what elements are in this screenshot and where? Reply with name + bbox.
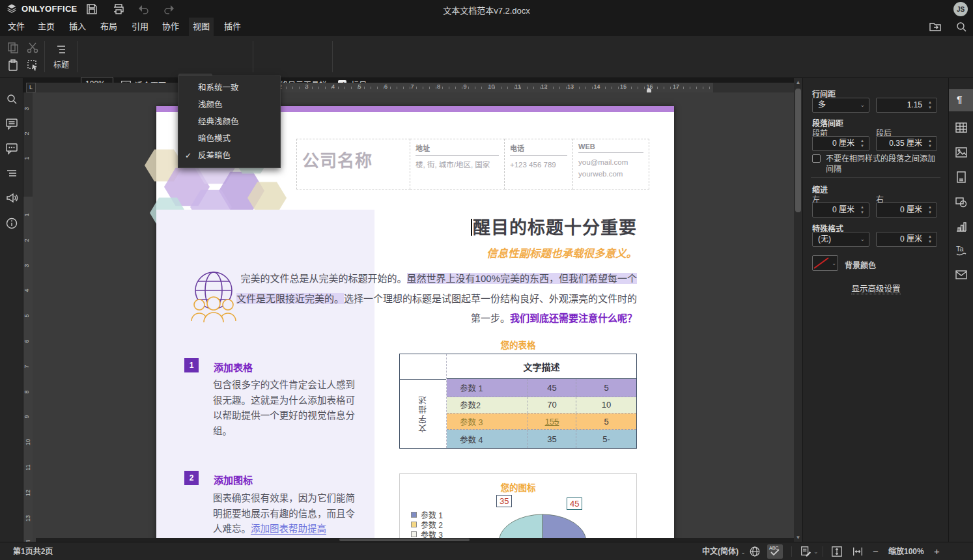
language-selector[interactable]: 中文(简体) ⌄ — [702, 542, 746, 560]
advanced-settings-link[interactable]: 显示高级设置 — [803, 282, 949, 294]
search-icon[interactable] — [955, 20, 968, 33]
navigation-icon[interactable] — [5, 167, 18, 180]
step-body[interactable]: 包含很多字的文件肯定会让人感到很无趣。这就是为什么添加表格可以帮助提供一个更好的… — [213, 378, 355, 439]
line-spacing-select[interactable]: 多⌄ — [812, 98, 869, 113]
chart-settings-icon[interactable] — [955, 220, 968, 233]
select-all-icon[interactable] — [26, 59, 39, 72]
copy-icon[interactable] — [7, 41, 20, 54]
menu-item-same-as-system[interactable]: 和系统一致 — [178, 79, 280, 96]
table-row-header[interactable]: 文字描述 — [400, 380, 446, 448]
tab-references[interactable]: 引用 — [128, 18, 152, 36]
pie-chart-frame[interactable]: 您的图标 参数 1 参数 2 参数 3 35 45 — [399, 473, 637, 542]
spinner-icon[interactable]: ▲▼ — [927, 138, 933, 148]
spinner-icon[interactable]: ▲▼ — [859, 138, 866, 148]
table-row[interactable]: 参数 4 35 5- — [447, 430, 636, 448]
indent-left-input[interactable]: 0 厘米▲▼ — [812, 203, 869, 217]
checkbox-unchecked-icon — [812, 154, 821, 163]
spinner-icon[interactable]: ▲▼ — [927, 100, 933, 110]
track-changes-icon[interactable] — [800, 546, 811, 557]
comments-icon[interactable] — [5, 117, 18, 130]
spinner-icon[interactable]: ▲▼ — [927, 204, 933, 215]
table-row[interactable]: 参数 3 155 5 — [447, 413, 636, 430]
menu-item-dark[interactable]: 暗色模式 — [178, 130, 280, 147]
document-page[interactable]: 公司名称 地址 楼, 街, 城市/地区, 国家 电话 +123 456 789 … — [156, 106, 674, 542]
avatar[interactable]: JS — [953, 2, 968, 16]
scrollbar-thumb[interactable] — [795, 89, 801, 212]
table-corner-cell[interactable] — [400, 354, 446, 380]
indent-right-input[interactable]: 0 厘米▲▼ — [876, 203, 937, 217]
spinner-icon[interactable]: ▲▼ — [859, 204, 866, 215]
document-hyperlink[interactable]: 添加图表帮助提高 — [251, 524, 326, 535]
vertical-ruler[interactable]: 3211234567891011121314 — [23, 92, 33, 542]
tab-stop-selector[interactable]: L — [26, 83, 36, 92]
chevron-down-icon[interactable]: ⌄ — [813, 542, 819, 560]
mail-merge-icon[interactable] — [955, 268, 968, 281]
tab-plugins[interactable]: 插件 — [220, 18, 245, 36]
about-icon[interactable] — [5, 217, 18, 230]
phone-cell[interactable]: 电话 +123 456 789 — [505, 139, 573, 189]
search-icon[interactable] — [5, 92, 18, 105]
step-title[interactable]: 添加表格 — [214, 360, 253, 374]
set-language-icon[interactable] — [749, 546, 761, 557]
company-name[interactable]: 公司名称 — [296, 139, 410, 189]
spinner-icon[interactable]: ▲▼ — [927, 234, 933, 244]
address-value: 楼, 街, 城市/地区, 国家 — [416, 161, 490, 169]
vertical-scrollbar[interactable]: ▲ ▼ — [794, 78, 802, 542]
special-format-select[interactable]: (无)⌄ — [812, 232, 869, 247]
tab-layout[interactable]: 布局 — [96, 18, 121, 36]
scrollbar-thumb[interactable] — [339, 539, 470, 541]
spellcheck-button[interactable]: ABC — [767, 544, 783, 559]
tab-file[interactable]: 文件 — [4, 18, 29, 36]
spacing-after-input[interactable]: 0.35 厘米▲▼ — [876, 136, 937, 151]
table-row[interactable]: 参数2 70 10 — [447, 397, 636, 413]
chart-data-label: 45 — [567, 497, 582, 510]
address-cell[interactable]: 地址 楼, 街, 城市/地区, 国家 — [410, 139, 505, 189]
table-caption[interactable]: 您的表格 — [399, 338, 637, 351]
table-settings-icon[interactable] — [955, 121, 968, 134]
intro-paragraph[interactable]: 完美的文件总是从完美的标题开始的。虽然世界上没有100%完美的东西，但我们希望每… — [233, 269, 637, 329]
document-subtitle[interactable]: 信息性副标题也承载很多意义。 — [287, 245, 637, 260]
image-settings-icon[interactable] — [955, 146, 968, 159]
tab-collaboration[interactable]: 协作 — [158, 18, 183, 36]
headings-button[interactable]: 标题 — [48, 59, 74, 70]
web-cell[interactable]: WEB you@mail.com yourweb.com — [573, 139, 649, 189]
chevron-down-icon: ⌄ — [740, 549, 746, 555]
page-settings-icon[interactable] — [955, 171, 968, 184]
step-title[interactable]: 添加图标 — [214, 473, 253, 486]
data-table[interactable]: 文字描述 文字描述 参数 1 45 5 参数2 70 10 参数 — [399, 354, 637, 449]
horizontal-ruler[interactable]: 1234567891011121314151617 — [36, 83, 794, 92]
document-heading[interactable]: 醒目的标题十分重要 — [287, 214, 637, 239]
table-row[interactable]: 参数 1 45 5 — [447, 379, 636, 397]
scroll-up-icon[interactable]: ▲ — [794, 79, 802, 85]
tab-home[interactable]: 主页 — [34, 18, 59, 36]
chat-icon[interactable] — [5, 142, 18, 155]
fit-page-icon[interactable] — [831, 546, 843, 557]
paste-icon[interactable] — [7, 59, 20, 72]
shape-settings-icon[interactable] — [955, 195, 968, 208]
feedback-icon[interactable] — [5, 191, 18, 204]
spacing-before-input[interactable]: 0 厘米▲▼ — [812, 136, 869, 151]
line-spacing-value-input[interactable]: 1.15▲▼ — [876, 98, 937, 113]
paragraph-settings-panel: 行间距 多⌄ 1.15▲▼ 段落间距 段前 段后 0 厘米▲▼ 0.35 厘米▲… — [802, 78, 948, 542]
menu-item-classic-light[interactable]: 经典浅颜色 — [178, 113, 280, 130]
company-header-table[interactable]: 公司名称 地址 楼, 街, 城市/地区, 国家 电话 +123 456 789 … — [296, 139, 649, 189]
tab-view[interactable]: 视图 — [189, 18, 214, 36]
open-file-location-icon[interactable] — [929, 20, 942, 33]
menu-item-light[interactable]: 浅颜色 — [178, 96, 280, 113]
step-body[interactable]: 图表确实很有效果，因为它们能简明扼要地展示有趣的信息，而且令人难忘。添加图表帮助… — [213, 491, 355, 537]
fit-width-icon[interactable] — [852, 546, 864, 557]
document-canvas[interactable]: 公司名称 地址 楼, 街, 城市/地区, 国家 电话 +123 456 789 … — [33, 92, 794, 542]
table-col-header[interactable]: 文字描述 — [447, 354, 636, 379]
tab-insert[interactable]: 插入 — [65, 18, 90, 36]
menu-item-contrast-dark[interactable]: ✓反差暗色 — [178, 147, 280, 164]
email-value: you@mail.com — [578, 158, 628, 166]
scroll-down-icon[interactable]: ▼ — [794, 535, 802, 540]
special-format-amount-input[interactable]: 0 厘米▲▼ — [876, 232, 937, 247]
paragraph-settings-icon[interactable]: ¶ — [957, 94, 962, 105]
zoom-out-button[interactable]: − — [873, 542, 879, 560]
text-art-settings-icon[interactable]: Ta — [955, 244, 968, 257]
zoom-in-button[interactable]: + — [934, 542, 940, 560]
background-color-swatch[interactable]: ⌄ — [812, 255, 838, 271]
cut-icon[interactable] — [26, 41, 39, 54]
no-space-same-style-checkbox[interactable]: 不要在相同样式的段落之间添加间隔 — [812, 154, 940, 175]
